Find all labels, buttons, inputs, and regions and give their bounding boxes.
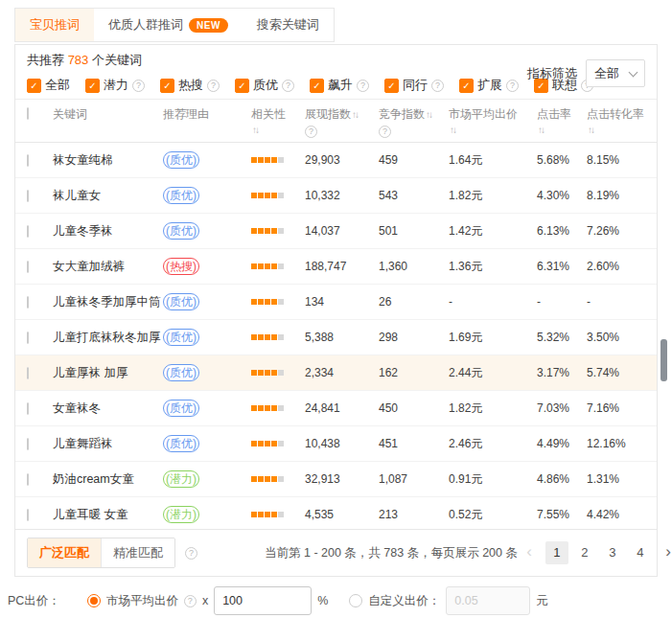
page-button-4[interactable]: 4	[629, 541, 652, 564]
sort-icon[interactable]: ↑↓	[252, 125, 258, 135]
avg-bid-cell: 1.69元	[449, 330, 537, 346]
row-checkbox[interactable]	[27, 190, 29, 202]
row-checkbox-cell	[15, 224, 53, 238]
relevance-bar	[265, 299, 270, 305]
filter-checkbox-item[interactable]: ✓飙升?	[310, 77, 369, 94]
pagination: ‹1234›	[518, 541, 672, 564]
checkbox-icon[interactable]: ✓	[384, 79, 399, 93]
row-checkbox[interactable]	[27, 332, 29, 344]
table-row: 袜儿童女(质优)10,3325431.82元4.30%8.19%	[15, 178, 657, 214]
filter-checkbox-item[interactable]: ✓扩展?	[459, 77, 519, 94]
relevance-cell	[251, 370, 305, 376]
help-icon[interactable]: ?	[357, 80, 369, 92]
relevance-bar	[251, 476, 257, 482]
help-icon[interactable]: ?	[132, 80, 145, 92]
row-checkbox[interactable]	[27, 154, 29, 167]
market-bid-radio[interactable]	[87, 594, 101, 607]
prev-page-button[interactable]: ‹	[518, 541, 541, 564]
market-bid-label: 市场平均出价	[106, 593, 178, 609]
row-checkbox[interactable]	[27, 438, 29, 450]
cvr-cell: 5.74%	[587, 366, 657, 379]
keyword-text: 儿童袜冬季加厚中筒	[53, 295, 161, 309]
relevance-bar	[265, 441, 270, 446]
help-icon[interactable]: ?	[282, 80, 294, 92]
relevance-bar	[278, 370, 284, 376]
market-bid-help-icon[interactable]: ?	[184, 595, 197, 607]
filter-checkbox-item[interactable]: ✓同行?	[384, 77, 444, 94]
competition-cell: 298	[379, 331, 449, 344]
reason-tag: (质优)	[163, 400, 199, 417]
help-icon[interactable]: ?	[305, 126, 317, 138]
row-checkbox[interactable]	[27, 225, 29, 238]
filter-checkbox-item[interactable]: ✓全部	[27, 77, 70, 94]
relevance-bar	[251, 512, 257, 517]
reason-cell: (质优)	[163, 364, 251, 381]
keyword-cell: 袜儿童女	[53, 188, 163, 204]
relevance-bar	[271, 512, 277, 517]
row-checkbox[interactable]	[27, 296, 29, 309]
custom-bid-radio[interactable]	[349, 594, 362, 607]
help-icon[interactable]: ?	[431, 80, 444, 92]
sort-icon[interactable]: ↑↓	[450, 125, 455, 135]
checkbox-icon[interactable]: ✓	[459, 79, 474, 93]
relevance-cell	[251, 157, 305, 163]
reason-tag: (质优)	[163, 151, 199, 169]
row-checkbox[interactable]	[27, 261, 29, 273]
custom-bid-input[interactable]	[446, 586, 530, 615]
tab-1[interactable]: 优质人群推词NEW	[94, 9, 243, 41]
sort-icon[interactable]: ↑↓	[538, 125, 544, 135]
market-bid-percent-input[interactable]	[214, 586, 312, 615]
row-checkbox-cell	[15, 366, 53, 379]
relevance-bars	[251, 512, 305, 517]
filter-checkbox-item[interactable]: ✓质优?	[235, 77, 294, 94]
help-icon[interactable]: ?	[379, 126, 391, 138]
avg-bid-cell: 2.44元	[449, 365, 537, 381]
reason-cell: (质优)	[163, 187, 251, 204]
checkbox-icon[interactable]: ✓	[310, 79, 324, 93]
row-checkbox[interactable]	[27, 509, 29, 521]
checkbox-icon[interactable]: ✓	[85, 79, 100, 93]
relevance-bar	[265, 334, 270, 340]
relevance-bar	[271, 263, 277, 269]
metric-filter-select[interactable]: 全部	[586, 59, 645, 87]
filter-checkbox-item[interactable]: ✓潜力?	[85, 77, 145, 94]
sort-icon[interactable]: ↑↓	[588, 125, 593, 135]
relevance-cell	[251, 512, 305, 517]
competition-cell: 26	[379, 295, 449, 309]
keyword-cell: 儿童打底袜秋冬加厚	[53, 330, 163, 346]
select-all-checkbox[interactable]	[27, 107, 29, 120]
checkbox-icon[interactable]: ✓	[27, 79, 41, 93]
column-header-展现指数: 展现指数↑↓?	[305, 106, 379, 138]
checkbox-icon[interactable]: ✓	[235, 79, 249, 93]
exact-match-button[interactable]: 精准匹配	[101, 538, 174, 567]
checkbox-label: 飙升	[328, 77, 353, 94]
row-checkbox[interactable]	[27, 473, 29, 486]
page-button-3[interactable]: 3	[601, 541, 624, 564]
filter-checkbox-item[interactable]: ✓热搜?	[160, 77, 220, 94]
keyword-cell: 女大童加绒裤	[53, 259, 163, 275]
checkbox-icon[interactable]: ✓	[160, 79, 174, 93]
sort-icon[interactable]: ↑↓	[426, 109, 431, 120]
relevance-bar	[265, 193, 270, 198]
help-icon[interactable]: ?	[506, 80, 519, 92]
broad-match-button[interactable]: 广泛匹配	[28, 538, 101, 567]
relevance-bar	[271, 476, 277, 482]
tab-2[interactable]: 搜索关键词	[243, 9, 334, 41]
row-checkbox[interactable]	[27, 402, 29, 415]
help-icon[interactable]: ?	[207, 80, 220, 92]
relevance-bar	[258, 193, 264, 198]
page-button-1[interactable]: 1	[545, 541, 568, 564]
next-page-button[interactable]: ›	[657, 541, 672, 564]
scrollbar-thumb[interactable]	[660, 339, 667, 381]
tab-0[interactable]: 宝贝推词	[15, 9, 94, 41]
relevance-bar	[271, 193, 277, 198]
page-button-2[interactable]: 2	[573, 541, 596, 564]
relevance-bars	[251, 441, 305, 446]
filter-section: 共推荐 783 个关键词 ✓全部✓潜力?✓热搜?✓质优?✓飙升?✓同行?✓扩展?…	[15, 45, 657, 100]
metric-filter-value: 全部	[594, 65, 619, 82]
match-help-icon[interactable]: ?	[185, 547, 197, 560]
column-label-line: 展现指数↑↓	[305, 106, 379, 123]
sort-icon[interactable]: ↑↓	[352, 109, 358, 120]
relevance-bar	[265, 476, 270, 482]
row-checkbox[interactable]	[27, 367, 29, 379]
